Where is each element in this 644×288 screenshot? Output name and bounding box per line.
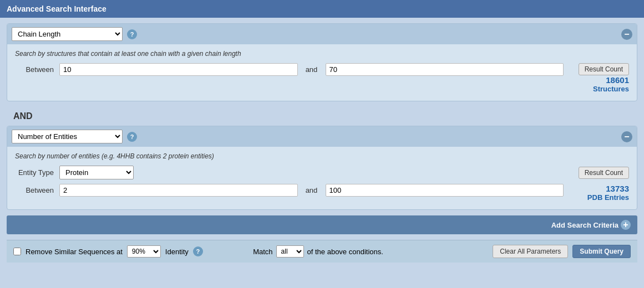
bottom-bar-left: Remove Similar Sequences at 70% 80% 90% … (13, 245, 247, 258)
chain-length-header-right: − (621, 29, 632, 40)
entities-inputs-row: Between and 13733 PDB Entries (15, 184, 629, 202)
entity-type-row: Entity Type Protein DNA RNA DNA/RNA Hybr… (15, 166, 629, 179)
entities-result-count-button[interactable]: Result Count (579, 167, 629, 179)
add-criteria-plus-icon: + (621, 220, 631, 230)
bottom-bar: Remove Similar Sequences at 70% 80% 90% … (7, 240, 637, 263)
identity-help-icon[interactable]: ? (193, 246, 203, 256)
entities-result-side: Result Count (568, 167, 629, 179)
entities-number-side: 13733 PDB Entries (568, 184, 629, 202)
chain-length-min-input[interactable] (59, 63, 298, 76)
identity-label: Identity (165, 248, 189, 256)
entities-description: Search by number of entities (e.g. 4HHB … (15, 152, 629, 160)
chain-length-result-count-button[interactable]: Result Count (579, 63, 629, 75)
submit-query-button[interactable]: Submit Query (572, 245, 631, 258)
entities-result-number: 13733 (606, 184, 629, 193)
chain-length-description: Search by structures that contain at lea… (15, 50, 629, 58)
main-content: Chain LengthNumber of EntitiesResolution… (0, 18, 644, 268)
chain-length-help-icon[interactable]: ? (127, 29, 137, 39)
page-header: Advanced Search Interface (0, 0, 644, 18)
chain-length-remove-button[interactable]: − (621, 29, 632, 40)
chain-length-select[interactable]: Chain LengthNumber of EntitiesResolution (12, 27, 123, 41)
chain-length-inputs: Between and (15, 63, 564, 76)
and-separator: AND (7, 107, 637, 126)
entities-body: Search by number of entities (e.g. 4HHB … (7, 147, 637, 209)
remove-similar-label: Remove Similar Sequences at (26, 248, 123, 256)
entities-select[interactable]: Chain LengthNumber of EntitiesResolution (12, 130, 123, 143)
entities-help-icon[interactable]: ? (127, 132, 137, 142)
identity-select[interactable]: 70% 80% 90% 95% 100% (127, 245, 161, 258)
chain-length-between-label: Between (15, 65, 54, 74)
entity-type-label: Entity Type (15, 168, 54, 177)
chain-length-body: Search by structures that contain at lea… (7, 44, 637, 101)
entities-header: Chain LengthNumber of EntitiesResolution… (7, 126, 637, 147)
chain-length-result-unit: Structures (593, 85, 629, 93)
chain-length-block: Chain LengthNumber of EntitiesResolution… (7, 23, 637, 101)
entities-header-right: − (621, 131, 632, 142)
conditions-label: of the above conditions. (307, 248, 383, 256)
chain-length-and-label: and (303, 65, 320, 74)
chain-length-result-number: 18601 (606, 75, 629, 85)
bottom-bar-right: Clear All Parameters Submit Query (493, 245, 631, 258)
chain-length-result-side: Result Count 18601 Structures (568, 63, 629, 93)
chain-length-selector-wrap: Chain LengthNumber of EntitiesResolution (12, 27, 123, 41)
entities-remove-button[interactable]: − (621, 131, 632, 142)
remove-similar-checkbox[interactable] (13, 248, 21, 255)
entity-type-select[interactable]: Protein DNA RNA DNA/RNA Hybrid Other (59, 166, 134, 179)
entities-min-input[interactable] (59, 184, 298, 197)
entities-max-input[interactable] (326, 184, 564, 197)
entities-and-label: and (303, 186, 320, 194)
entities-inputs: Between and (15, 184, 564, 197)
match-label: Match (253, 248, 272, 256)
add-criteria-label: Add Search Criteria (551, 221, 618, 229)
match-select[interactable]: all any (276, 245, 304, 258)
entities-selector-wrap: Chain LengthNumber of EntitiesResolution (12, 130, 123, 143)
chain-length-max-input[interactable] (326, 63, 564, 76)
add-criteria-bar: Add Search Criteria + (7, 215, 637, 234)
add-criteria-button[interactable]: Add Search Criteria + (551, 220, 631, 230)
entities-between-label: Between (15, 186, 54, 194)
clear-parameters-button[interactable]: Clear All Parameters (493, 245, 568, 258)
page-title: Advanced Search Interface (7, 4, 107, 13)
chain-length-inputs-row: Between and Result Count 18601 Structure… (15, 63, 629, 93)
entities-result-unit: PDB Entries (587, 193, 629, 202)
chain-length-header: Chain LengthNumber of EntitiesResolution… (7, 24, 637, 44)
entities-block: Chain LengthNumber of EntitiesResolution… (7, 126, 637, 210)
